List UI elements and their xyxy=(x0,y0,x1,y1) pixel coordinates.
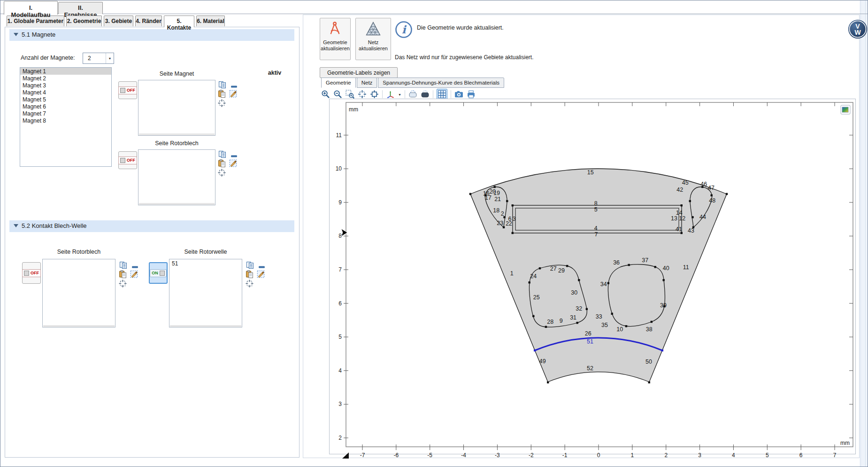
aktiv-label: aktiv xyxy=(259,70,290,76)
section-header-magnete[interactable]: 5.1 Magnete xyxy=(9,29,294,41)
zoom-to-selection-icon[interactable] xyxy=(358,90,367,99)
magnet-list-item-1[interactable]: Magnet 1 xyxy=(20,68,111,75)
paste-selection-icon[interactable] xyxy=(218,159,226,167)
scrollbar[interactable] xyxy=(170,325,241,327)
main-tab-1[interactable]: I. Modellaufbau xyxy=(4,1,58,15)
zoom-box-icon[interactable] xyxy=(346,90,354,99)
tab-row-divider xyxy=(0,14,868,14)
sub-tab-3[interactable]: 3. Gebiete xyxy=(104,16,133,26)
section-title: 5.2 Kontakt Blech-Welle xyxy=(22,222,87,229)
main-tab-2[interactable]: II. Ergebnisse xyxy=(58,2,103,14)
chevron-down-icon[interactable]: ▼ xyxy=(106,53,114,63)
copy-selection-icon[interactable] xyxy=(246,261,254,269)
magnet-list[interactable]: Magnet 1Magnet 2Magnet 3Magnet 4Magnet 5… xyxy=(20,67,112,167)
toolbar-separator xyxy=(451,90,451,98)
view-axes-dropdown-caret[interactable]: ▼ xyxy=(398,92,401,96)
sub-tab-2[interactable]: 2. Geometrie xyxy=(66,16,102,26)
note-message: Das Netz wird nur für zugewiesene Gebiet… xyxy=(395,54,533,61)
copy-selection-icon[interactable] xyxy=(218,150,226,158)
graphics-canvas[interactable] xyxy=(329,99,856,454)
logo-letter-w: W xyxy=(854,29,861,36)
sub-tab-4[interactable]: 4. Ränder xyxy=(135,16,162,26)
view-tab-1[interactable]: Geometrie xyxy=(321,78,356,88)
magnet-list-item-2[interactable]: Magnet 2 xyxy=(20,75,111,82)
scene-light-icon[interactable] xyxy=(408,90,417,99)
toolbar-separator xyxy=(433,90,433,98)
paste-selection-icon[interactable] xyxy=(218,90,226,98)
toolbar-separator xyxy=(405,90,405,98)
paste-selection-icon[interactable] xyxy=(119,270,127,278)
selection-box-kontakt-rotorwelle[interactable]: 51 xyxy=(169,259,242,327)
zoom-to-selection-icon[interactable] xyxy=(246,280,253,288)
collapse-triangle-icon xyxy=(14,224,18,227)
magnet-list-item-4[interactable]: Magnet 4 xyxy=(20,89,111,96)
transparency-icon[interactable] xyxy=(421,90,430,99)
zoom-out-icon[interactable] xyxy=(333,90,342,99)
magnet-list-item-8[interactable]: Magnet 8 xyxy=(20,117,111,124)
section-header-kontakt[interactable]: 5.2 Kontakt Blech-Welle xyxy=(9,220,294,232)
toggle-kontakt-rotorblech[interactable]: OFF xyxy=(22,262,41,284)
scrollbar[interactable] xyxy=(139,203,215,205)
selection-box-seite-magnet[interactable] xyxy=(138,80,215,136)
toggle-knob xyxy=(160,271,165,276)
update-geometry-button[interactable]: Geometrie aktualisieren xyxy=(320,18,351,60)
selection-box-kontakt-rotorblech[interactable] xyxy=(42,259,115,327)
kontakt-right-caption: Seite Rotorwelle xyxy=(169,249,242,255)
copy-selection-icon[interactable] xyxy=(119,261,127,269)
toggle-knob xyxy=(120,88,125,93)
selection-item[interactable]: 51 xyxy=(169,259,242,267)
view-tab-3[interactable]: Spannungs-Dehnungs-Kurve des Blechmateri… xyxy=(378,78,504,88)
scrollbar[interactable] xyxy=(43,325,115,327)
magnet-count-label: Anzahl der Magnete: xyxy=(21,54,75,61)
collapse-triangle-icon xyxy=(14,33,18,36)
zoom-to-selection-icon[interactable] xyxy=(218,169,226,177)
graphics-toolbar: ▼ xyxy=(321,89,476,99)
copy-selection-icon[interactable] xyxy=(218,81,226,89)
view-tab-bar: GeometrieNetzSpannungs-Dehnungs-Kurve de… xyxy=(321,78,505,88)
zoom-to-selection-icon[interactable] xyxy=(218,99,226,107)
dropdown-value: 2 xyxy=(88,55,91,62)
seite-magnet-caption: Seite Magnet xyxy=(138,70,215,77)
view-tab-2[interactable]: Netz xyxy=(357,78,377,88)
zoom-extents-icon[interactable] xyxy=(370,90,379,99)
show-geometry-labels-button[interactable]: Geometrie-Labels zeigen xyxy=(320,67,398,78)
seite-rotorblech-caption: Seite Rotorblech xyxy=(138,140,215,147)
selection-box-seite-rotorblech[interactable] xyxy=(138,149,215,205)
scrollbar[interactable] xyxy=(139,133,215,135)
print-icon[interactable] xyxy=(467,90,476,99)
clear-selection-icon[interactable] xyxy=(229,90,237,98)
toggle-state-label: ON xyxy=(152,271,158,275)
status-message: Die Geometrie wurde aktualisiert. xyxy=(417,24,504,31)
clear-selection-icon[interactable] xyxy=(257,270,265,278)
grid-toggle-button[interactable] xyxy=(437,89,447,100)
zoom-to-selection-icon[interactable] xyxy=(119,280,127,288)
compass-icon xyxy=(327,21,343,36)
toggle-kontakt-rotorwelle[interactable]: ON xyxy=(149,262,168,284)
toggle-state-label: OFF xyxy=(127,158,135,163)
window-right-edge xyxy=(860,0,868,467)
info-icon: i xyxy=(395,21,413,39)
clear-selection-icon[interactable] xyxy=(130,270,138,278)
vw-logo: V W xyxy=(848,19,868,39)
zoom-in-icon[interactable] xyxy=(321,90,330,99)
magnet-list-item-5[interactable]: Magnet 5 xyxy=(20,96,111,103)
view-axes-icon[interactable] xyxy=(386,90,395,99)
paste-selection-icon[interactable] xyxy=(246,270,253,278)
button-label: Netz aktualisieren xyxy=(356,39,391,52)
magnet-list-item-3[interactable]: Magnet 3 xyxy=(20,82,111,89)
update-mesh-button[interactable]: Netz aktualisieren xyxy=(355,18,391,60)
clear-selection-icon[interactable] xyxy=(229,159,237,167)
magnet-list-item-7[interactable]: Magnet 7 xyxy=(20,110,111,117)
magnet-list-item-6[interactable]: Magnet 6 xyxy=(20,103,111,110)
toggle-seite-rotorblech[interactable]: OFF xyxy=(118,151,137,169)
toggle-knob xyxy=(120,158,125,163)
sub-tab-5[interactable]: 5. Kontakte xyxy=(164,16,194,27)
image-snapshot-icon[interactable] xyxy=(454,90,463,99)
magnet-count-dropdown[interactable]: 2 ▼ xyxy=(83,53,114,64)
grid-icon[interactable] xyxy=(438,90,446,99)
toggle-knob xyxy=(24,271,29,276)
toggle-seite-magnet[interactable]: OFF xyxy=(118,81,137,99)
mesh-icon xyxy=(365,21,381,36)
toggle-state-label: OFF xyxy=(127,88,135,93)
sub-tab-6[interactable]: 6. Material xyxy=(196,16,225,26)
